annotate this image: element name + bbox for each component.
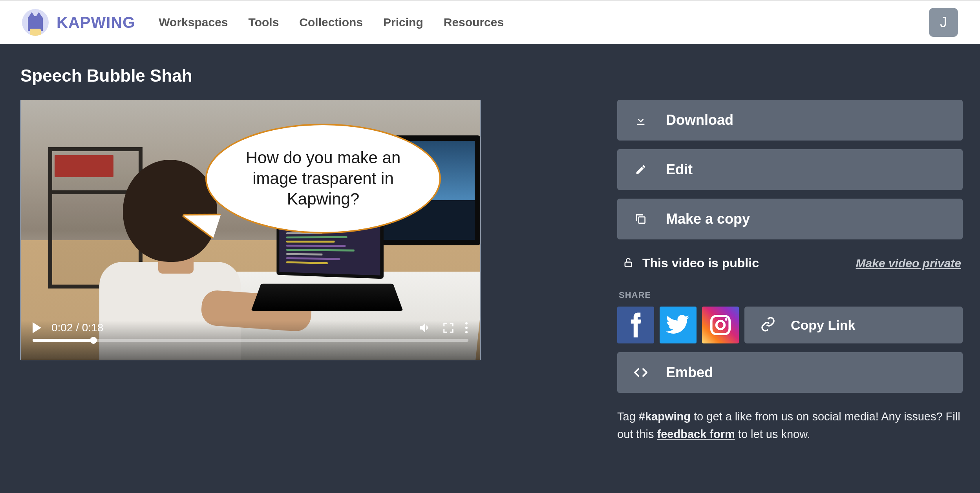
- privacy-status: This video is public: [642, 256, 759, 270]
- svg-point-1: [465, 327, 468, 329]
- svg-rect-4: [625, 262, 631, 267]
- nav-workspaces[interactable]: Workspaces: [159, 16, 228, 29]
- svg-rect-3: [639, 217, 645, 223]
- share-row: Copy Link: [617, 307, 963, 343]
- speech-bubble-text: How do you make an image trasparent in K…: [230, 148, 416, 210]
- nav-tools[interactable]: Tools: [249, 16, 279, 29]
- page-title: Speech Bubble Shah: [20, 66, 484, 86]
- edit-button[interactable]: Edit: [617, 149, 963, 190]
- svg-point-7: [725, 318, 727, 321]
- download-label: Download: [666, 112, 733, 128]
- speech-bubble: How do you make an image trasparent in K…: [205, 124, 441, 234]
- svg-point-0: [465, 322, 468, 325]
- unlock-icon: [623, 256, 634, 270]
- feedback-form-link[interactable]: feedback form: [657, 428, 735, 440]
- time-total: 0:18: [82, 321, 104, 334]
- make-copy-button[interactable]: Make a copy: [617, 199, 963, 239]
- make-private-link[interactable]: Make video private: [856, 257, 961, 270]
- copy-link-button[interactable]: Copy Link: [744, 307, 963, 343]
- play-icon[interactable]: [33, 322, 41, 333]
- nav-pricing[interactable]: Pricing: [383, 16, 423, 29]
- pencil-icon: [633, 164, 649, 175]
- footer-hashtag: #kapwing: [639, 410, 691, 423]
- video-time: 0:02 / 0:18: [51, 321, 103, 334]
- share-twitter-button[interactable]: [660, 307, 697, 343]
- main-content: Speech Bubble Shah: [0, 44, 980, 443]
- svg-point-6: [717, 321, 725, 329]
- top-nav: KAPWING Workspaces Tools Collections Pri…: [0, 0, 980, 44]
- edit-label: Edit: [666, 161, 693, 178]
- svg-point-2: [465, 331, 468, 333]
- nav-collections[interactable]: Collections: [299, 16, 363, 29]
- nav-resources[interactable]: Resources: [444, 16, 504, 29]
- footer-text: Tag #kapwing to get a like from us on so…: [617, 408, 963, 443]
- privacy-row: This video is public Make video private: [617, 248, 963, 282]
- copy-link-label: Copy Link: [791, 318, 855, 333]
- download-icon: [633, 114, 649, 126]
- embed-button[interactable]: Embed: [617, 352, 963, 393]
- share-instagram-button[interactable]: [702, 307, 739, 343]
- volume-icon[interactable]: [418, 321, 432, 335]
- embed-label: Embed: [666, 364, 713, 381]
- link-icon: [760, 316, 776, 334]
- make-copy-label: Make a copy: [666, 211, 750, 227]
- copy-icon: [633, 213, 649, 225]
- video-player[interactable]: How do you make an image trasparent in K…: [20, 100, 481, 360]
- right-column: Download Edit Make a copy This video is …: [617, 66, 963, 443]
- progress-bar[interactable]: [33, 339, 468, 342]
- user-avatar[interactable]: J: [929, 8, 958, 37]
- code-icon: [633, 367, 649, 378]
- fullscreen-icon[interactable]: [442, 322, 454, 334]
- brand-icon: [22, 9, 49, 36]
- video-controls: 0:02 / 0:18: [21, 321, 480, 360]
- logo[interactable]: KAPWING: [22, 9, 135, 36]
- share-label: SHARE: [619, 290, 963, 300]
- main-nav: Workspaces Tools Collections Pricing Res…: [159, 16, 504, 29]
- time-current: 0:02: [51, 321, 73, 334]
- more-icon[interactable]: [464, 322, 468, 334]
- brand-name: KAPWING: [57, 14, 135, 31]
- share-facebook-button[interactable]: [617, 307, 654, 343]
- download-button[interactable]: Download: [617, 100, 963, 141]
- left-column: Speech Bubble Shah: [20, 66, 484, 443]
